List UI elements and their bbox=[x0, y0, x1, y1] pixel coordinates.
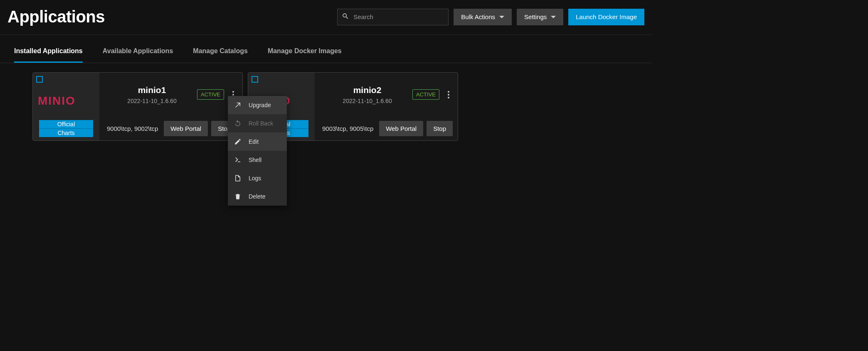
card-buttons: Web Portal Stop bbox=[379, 121, 458, 136]
checkbox-icon[interactable] bbox=[36, 76, 43, 83]
chevron-down-icon bbox=[499, 16, 504, 18]
app-version: 2022-11-10_1.6.60 bbox=[107, 98, 197, 104]
app-card: MINIO minio1 2022-11-10_1.6.60 ACTIVE Of… bbox=[32, 72, 243, 141]
launch-docker-label: Launch Docker Image bbox=[576, 13, 637, 20]
ports-text: 9003\tcp, 9005\tcp bbox=[315, 125, 379, 132]
app-name: minio2 bbox=[322, 85, 412, 95]
terminal-icon bbox=[234, 156, 242, 164]
web-portal-button[interactable]: Web Portal bbox=[164, 121, 208, 136]
menu-logs[interactable]: Logs bbox=[228, 169, 287, 187]
card-info: minio1 2022-11-10_1.6.60 ACTIVE bbox=[99, 73, 242, 116]
app-cards: MINIO minio1 2022-11-10_1.6.60 ACTIVE Of… bbox=[0, 63, 652, 150]
menu-rollback: Roll Back bbox=[228, 114, 287, 133]
menu-shell[interactable]: Shell bbox=[228, 151, 287, 169]
menu-edit[interactable]: Edit bbox=[228, 133, 287, 151]
web-portal-button[interactable]: Web Portal bbox=[379, 121, 423, 136]
arrow-upright-icon bbox=[234, 101, 242, 109]
menu-label: Logs bbox=[249, 175, 261, 182]
app-logo: MINIO bbox=[38, 94, 76, 108]
stop-button[interactable]: Stop bbox=[427, 121, 453, 136]
tabs: Installed Applications Available Applica… bbox=[0, 35, 652, 63]
card-bottom: Official Charts 9000\tcp, 9002\tcp Web P… bbox=[33, 116, 242, 140]
tab-installed[interactable]: Installed Applications bbox=[14, 47, 83, 63]
menu-label: Shell bbox=[249, 157, 261, 163]
kebab-menu-button[interactable] bbox=[444, 88, 453, 102]
status-badge: ACTIVE bbox=[412, 89, 439, 100]
chevron-down-icon bbox=[551, 16, 556, 18]
ports-text: 9000\tcp, 9002\tcp bbox=[99, 125, 164, 132]
name-block: minio1 2022-11-10_1.6.60 bbox=[107, 85, 197, 104]
tag-official: Official bbox=[39, 120, 93, 128]
search-box[interactable] bbox=[337, 9, 449, 25]
tab-docker-images[interactable]: Manage Docker Images bbox=[268, 47, 342, 63]
tab-catalogs[interactable]: Manage Catalogs bbox=[193, 47, 248, 63]
app-name: minio1 bbox=[107, 85, 197, 95]
tag-charts: Charts bbox=[39, 128, 93, 137]
menu-label: Roll Back bbox=[249, 120, 273, 127]
page-header: Applications Bulk Actions Settings Launc… bbox=[0, 0, 652, 35]
card-info: minio2 2022-11-10_1.6.60 ACTIVE bbox=[315, 73, 458, 116]
bulk-actions-button[interactable]: Bulk Actions bbox=[454, 9, 512, 25]
undo-icon bbox=[234, 119, 242, 128]
tab-available[interactable]: Available Applications bbox=[103, 47, 173, 63]
menu-label: Delete bbox=[249, 193, 265, 200]
page-title: Applications bbox=[7, 7, 105, 26]
settings-label: Settings bbox=[524, 13, 547, 20]
name-block: minio2 2022-11-10_1.6.60 bbox=[322, 85, 412, 104]
checkbox-icon[interactable] bbox=[252, 76, 258, 83]
pencil-icon bbox=[234, 137, 242, 146]
status-badge: ACTIVE bbox=[197, 89, 224, 100]
bulk-actions-label: Bulk Actions bbox=[461, 13, 495, 20]
context-menu: Upgrade Roll Back Edit Shell Logs Delete bbox=[228, 96, 287, 206]
menu-upgrade[interactable]: Upgrade bbox=[228, 96, 287, 114]
menu-label: Edit bbox=[249, 138, 259, 145]
tag-area: Official Charts bbox=[33, 116, 99, 140]
document-icon bbox=[234, 174, 242, 182]
settings-button[interactable]: Settings bbox=[517, 9, 563, 25]
launch-docker-button[interactable]: Launch Docker Image bbox=[568, 9, 644, 25]
menu-label: Upgrade bbox=[249, 102, 271, 108]
search-icon bbox=[342, 12, 349, 22]
trash-icon bbox=[234, 192, 242, 201]
search-input[interactable] bbox=[353, 13, 444, 20]
app-version: 2022-11-10_1.6.60 bbox=[322, 98, 412, 104]
app-logo-area: MINIO bbox=[33, 73, 99, 116]
menu-delete[interactable]: Delete bbox=[228, 187, 287, 206]
header-actions: Bulk Actions Settings Launch Docker Imag… bbox=[337, 9, 644, 25]
card-top: MINIO minio1 2022-11-10_1.6.60 ACTIVE bbox=[33, 73, 242, 116]
